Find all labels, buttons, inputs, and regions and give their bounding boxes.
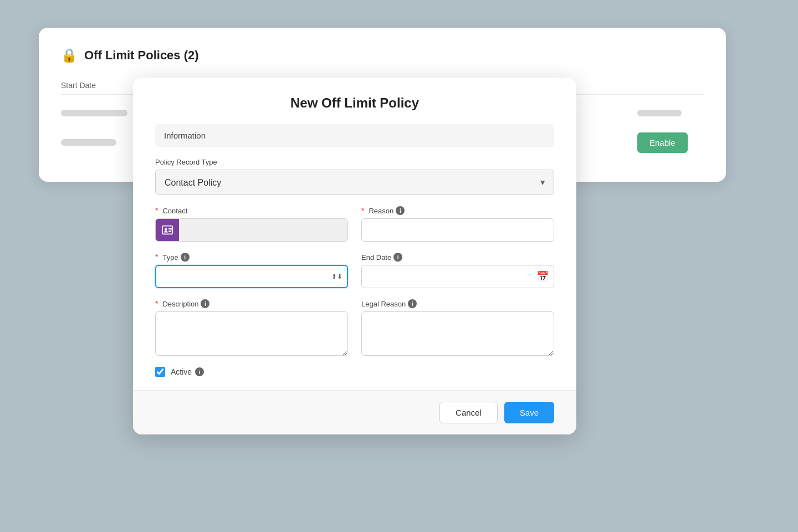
end-date-group: End Date i 📅	[361, 253, 554, 288]
card-title: Off Limit Polices (2)	[84, 48, 199, 63]
start-date-placeholder	[61, 110, 127, 116]
policy-record-type-row: Policy Record Type Contact Policy Accoun…	[155, 158, 554, 195]
description-label: * Description i	[155, 299, 348, 308]
lock-icon: 🔒	[61, 48, 78, 63]
description-textarea[interactable]	[155, 311, 348, 356]
type-select-wrapper: ⬆⬇	[155, 265, 348, 288]
contact-input[interactable]	[179, 219, 347, 241]
action-placeholder	[637, 110, 682, 116]
policy-record-type-label: Policy Record Type	[155, 158, 554, 166]
legal-reason-label: Legal Reason i	[361, 299, 554, 308]
col-action	[637, 81, 704, 90]
active-row: Active i	[155, 367, 554, 377]
new-policy-modal: New Off Limit Policy Information Policy …	[133, 78, 576, 434]
active-checkbox[interactable]	[155, 367, 165, 377]
contact-icon-box	[156, 218, 179, 242]
type-info-icon: i	[181, 253, 190, 262]
desc-legal-row: * Description i Legal Reason i	[155, 299, 554, 356]
type-enddate-row: * Type i ⬆⬇ End Date i	[155, 253, 554, 288]
reason-input[interactable]	[361, 218, 554, 242]
card-header: 🔒 Off Limit Polices (2)	[61, 48, 704, 63]
end-date-input[interactable]	[361, 265, 554, 288]
contact-group: * Contact	[155, 206, 348, 242]
contact-input-wrapper[interactable]	[155, 218, 348, 242]
reason-info-icon: i	[396, 206, 405, 215]
cancel-button[interactable]: Cancel	[439, 402, 498, 423]
type-label: * Type i	[155, 253, 348, 262]
enable-button[interactable]: Enable	[637, 132, 688, 153]
legal-reason-info-icon: i	[408, 299, 417, 308]
type-select[interactable]	[155, 265, 348, 288]
end-date-info-icon: i	[393, 253, 402, 262]
active-label: Active i	[171, 367, 204, 376]
modal-header: New Off Limit Policy	[133, 78, 576, 120]
modal-footer: Cancel Save	[133, 390, 576, 434]
type-group: * Type i ⬆⬇	[155, 253, 348, 288]
modal-body: Information Policy Record Type Contact P…	[133, 120, 576, 377]
contact-card-icon	[161, 224, 173, 236]
end-date-label: End Date i	[361, 253, 554, 262]
policy-record-type-wrapper: Contact Policy Account Policy ▼	[155, 170, 554, 195]
reason-label: * Reason i	[361, 206, 554, 215]
modal-title: New Off Limit Policy	[155, 95, 554, 111]
section-information: Information	[155, 124, 554, 147]
start-date-placeholder-2	[61, 139, 116, 146]
active-info-icon: i	[195, 367, 204, 376]
contact-label: * Contact	[155, 206, 348, 215]
contact-reason-row: * Contact	[155, 206, 554, 242]
legal-reason-textarea[interactable]	[361, 311, 554, 356]
legal-reason-group: Legal Reason i	[361, 299, 554, 356]
description-info-icon: i	[201, 299, 209, 308]
end-date-wrapper: 📅	[361, 265, 554, 288]
save-button[interactable]: Save	[504, 402, 554, 423]
policy-record-type-select[interactable]: Contact Policy Account Policy	[155, 170, 554, 195]
reason-group: * Reason i	[361, 206, 554, 242]
description-group: * Description i	[155, 299, 348, 356]
svg-point-1	[165, 228, 167, 231]
